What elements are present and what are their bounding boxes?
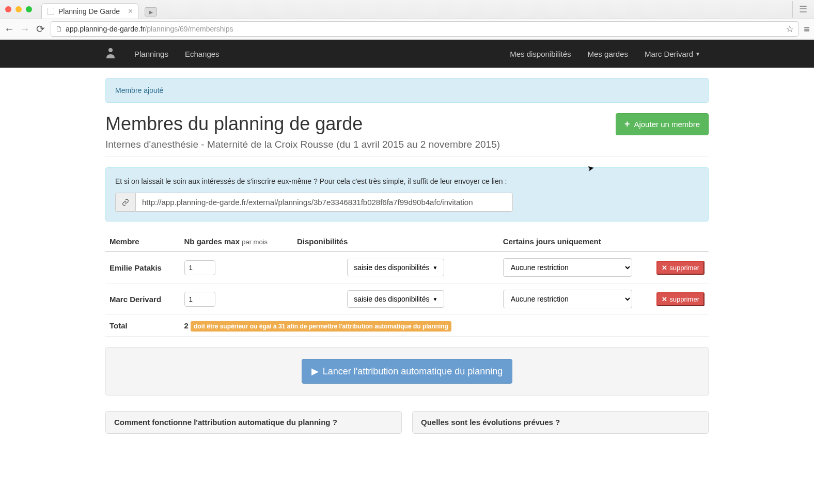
max-guards-input[interactable] (184, 260, 215, 275)
nav-disponibilites[interactable]: Mes disponibilités (502, 40, 579, 68)
play-icon: ▶ (311, 366, 319, 377)
disponibilites-dropdown[interactable]: saisie des disponibilités ▼ (347, 259, 444, 276)
th-member: Membre (105, 232, 180, 251)
chrome-profile-icon[interactable]: ☰ (792, 1, 809, 18)
address-bar[interactable]: 🗋 app.planning-de-garde.fr/plannings/69/… (51, 21, 799, 37)
member-name: Marc Derivard (105, 284, 180, 315)
total-value: 2 (184, 321, 189, 330)
th-days: Certains jours uniquement (499, 232, 652, 251)
faq-heading-1: Comment fonctionne l'attribution automat… (106, 412, 401, 433)
total-warning-badge: doit être supérieur ou égal à 31 afin de… (191, 321, 451, 332)
browser-tab[interactable]: Planning De Garde × (41, 3, 138, 19)
flash-text: Membre ajouté (115, 86, 163, 94)
forward-button[interactable]: → (20, 23, 30, 35)
close-icon: ✕ (662, 295, 667, 303)
member-name: Emilie Patakis (105, 251, 180, 284)
caret-down-icon: ▼ (433, 296, 438, 302)
nav-gardes[interactable]: Mes gardes (580, 40, 636, 68)
back-button[interactable]: ← (4, 23, 14, 35)
tab-title: Planning De Garde (58, 7, 120, 15)
browser-toolbar: ← → ⟳ 🗋 app.planning-de-garde.fr/plannin… (0, 19, 814, 39)
maximize-window-button[interactable] (26, 6, 32, 12)
faq-row: Comment fonctionne l'attribution automat… (105, 411, 709, 434)
close-tab-icon[interactable]: × (128, 7, 133, 15)
minimize-window-button[interactable] (15, 6, 22, 12)
new-tab-button[interactable]: ▸ (145, 7, 157, 17)
nav-plannings[interactable]: Plannings (126, 40, 177, 68)
titlebar: Planning De Garde × ▸ ☰ (0, 0, 814, 19)
restriction-select[interactable]: Aucune restriction (503, 258, 632, 277)
browser-chrome: Planning De Garde × ▸ ☰ ← → ⟳ 🗋 app.plan… (0, 0, 814, 40)
caret-down-icon: ▼ (695, 51, 700, 57)
link-icon (115, 193, 135, 212)
delete-member-button[interactable]: ✕ supprimer (656, 292, 705, 306)
total-row: Total 2 doit être supérieur ou égal à 31… (105, 315, 709, 337)
launch-auto-assign-button[interactable]: ▶ Lancer l'attribution automatique du pl… (302, 359, 513, 384)
app-navbar: Plannings Echanges Mes disponibilités Me… (0, 40, 814, 68)
table-row: Marc Derivard saisie des disponibilités … (105, 284, 709, 315)
add-member-button[interactable]: + Ajouter un membre (616, 113, 709, 135)
favicon-icon (47, 8, 54, 15)
faq-heading-2: Quelles sont les évolutions prévues ? (413, 412, 708, 433)
close-icon: ✕ (662, 264, 667, 272)
total-label: Total (105, 315, 180, 337)
add-member-label: Ajouter un membre (634, 120, 700, 129)
page-title: Membres du planning de garde (105, 113, 500, 135)
disponibilites-dropdown[interactable]: saisie des disponibilités ▼ (347, 290, 444, 308)
invite-url-input[interactable] (135, 193, 513, 212)
brand-icon[interactable] (105, 47, 116, 61)
invite-intro: Et si on laissait le soin aux intéressés… (115, 177, 699, 185)
window-controls (5, 6, 37, 12)
flash-message: Membre ajouté (105, 78, 709, 103)
nav-user-menu[interactable]: Marc Derivard ▼ (636, 40, 709, 68)
page-header: Membres du planning de garde Internes d'… (105, 113, 709, 157)
launch-panel: ▶ Lancer l'attribution automatique du pl… (105, 347, 709, 396)
site-info-icon[interactable]: 🗋 (55, 25, 62, 33)
caret-down-icon: ▼ (433, 265, 438, 271)
nav-echanges[interactable]: Echanges (177, 40, 228, 68)
invite-box: Et si on laissait le soin aux intéressés… (105, 167, 709, 222)
th-max: Nb gardes max par mois (180, 232, 293, 251)
faq-panel-2: Quelles sont les évolutions prévues ? (412, 411, 709, 434)
table-row: Emilie Patakis saisie des disponibilités… (105, 251, 709, 284)
close-window-button[interactable] (5, 6, 11, 12)
reload-button[interactable]: ⟳ (35, 23, 45, 35)
url-domain: app.planning-de-garde.fr (66, 25, 145, 33)
chrome-menu-icon[interactable]: ≡ (804, 23, 810, 35)
svg-point-0 (108, 48, 113, 52)
plus-icon: + (624, 119, 630, 130)
max-guards-input[interactable] (184, 292, 215, 307)
bookmark-icon[interactable]: ☆ (786, 23, 794, 35)
members-table: Membre Nb gardes max par mois Disponibil… (105, 232, 709, 337)
th-dispo: Disponibilités (293, 232, 499, 251)
page-subtitle: Internes d'anesthésie - Maternité de la … (105, 139, 500, 150)
url-path: /plannings/69/memberships (145, 25, 233, 33)
page-container: Membre ajouté Membres du planning de gar… (97, 68, 717, 444)
faq-panel-1: Comment fonctionne l'attribution automat… (105, 411, 402, 434)
nav-username: Marc Derivard (645, 50, 693, 58)
delete-member-button[interactable]: ✕ supprimer (656, 261, 705, 275)
restriction-select[interactable]: Aucune restriction (503, 290, 632, 308)
